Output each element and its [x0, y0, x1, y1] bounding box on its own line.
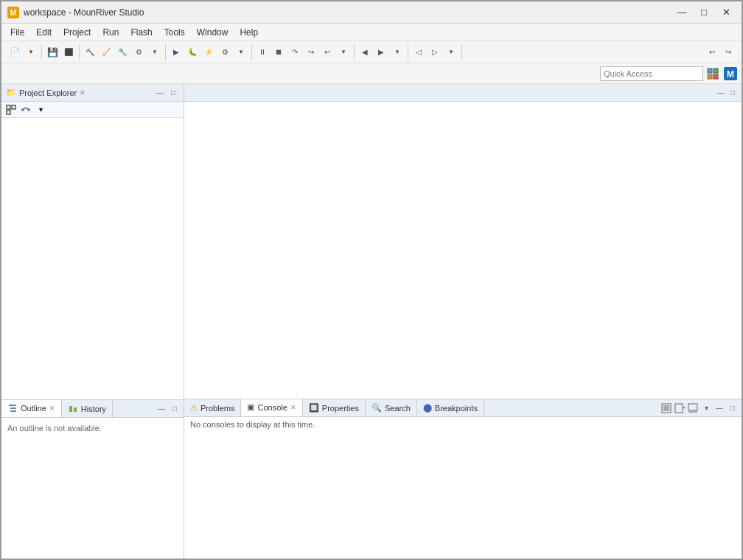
outline-tabs: Outline ✕ History — [1, 400, 113, 417]
console-tab-label: Console — [257, 403, 287, 412]
tb-step-button[interactable]: ↷ — [287, 44, 303, 60]
console-content: No consoles to display at this time. — [184, 417, 742, 560]
problems-tab[interactable]: ⚠ Problems — [184, 399, 241, 416]
svg-rect-22 — [688, 404, 697, 410]
console-maximize-button[interactable]: □ — [727, 402, 739, 414]
outline-tab[interactable]: Outline ✕ — [1, 400, 62, 417]
toolbar-group-1: 📄 ▼ — [4, 44, 42, 60]
tb-step2-button[interactable]: ↪ — [303, 44, 319, 60]
menu-flash[interactable]: Flash — [125, 26, 158, 39]
tb-save-all-button[interactable]: ⬛ — [60, 44, 77, 60]
minimize-button[interactable]: — — [672, 5, 691, 20]
svg-rect-14 — [10, 407, 16, 409]
tb-dropdown2-button[interactable]: ▼ — [147, 44, 163, 60]
tb-undo-button[interactable]: ↩ — [704, 44, 720, 60]
history-tab[interactable]: History — [62, 400, 113, 417]
tb-debug-button[interactable]: 🐛 — [184, 44, 200, 60]
tb-dropdown5-button[interactable]: ▼ — [389, 44, 405, 60]
editor-area: — □ — [184, 84, 742, 399]
problems-icon: ⚠ — [190, 403, 198, 413]
project-explorer-close-icon[interactable]: ✕ — [80, 89, 86, 97]
tb-redo-button[interactable]: ↪ — [720, 44, 736, 60]
menu-window[interactable]: Window — [191, 26, 234, 39]
svg-marker-21 — [683, 407, 685, 409]
editor-maximize-button[interactable]: □ — [727, 87, 739, 99]
editor-header: — □ — [184, 84, 742, 102]
menu-tools[interactable]: Tools — [158, 26, 191, 39]
main-toolbar: 📄 ▼ 💾 ⬛ 🔨 🧹 🔧 ⚙ ▼ ▶ 🐛 ⚡ ⚙ ▼ ⏸ ⏹ ↷ ↪ ↩ ▼ … — [1, 41, 742, 63]
quick-access-input[interactable] — [600, 66, 703, 81]
console-tab-close[interactable]: ✕ — [290, 404, 296, 411]
project-explorer-maximize-button[interactable]: □ — [167, 87, 179, 99]
menu-run[interactable]: Run — [97, 26, 125, 39]
logo-button[interactable]: M — [722, 66, 739, 82]
svg-text:M: M — [727, 69, 734, 80]
tb-stop2-button[interactable]: ⏹ — [271, 44, 287, 60]
menu-help[interactable]: Help — [234, 26, 264, 39]
project-explorer-controls: — □ — [154, 87, 179, 99]
tb-stop-button[interactable]: ⏸ — [254, 44, 271, 60]
breakpoints-tab[interactable]: ⬤ Breakpoints — [417, 399, 484, 416]
menu-bar: File Edit Project Run Flash Tools Window… — [1, 24, 742, 41]
svg-rect-13 — [9, 405, 16, 406]
svg-rect-5 — [714, 74, 718, 79]
bottom-tab-bar: ⚠ Problems ▣ Console ✕ 🔲 Properties 🔍 — [184, 399, 742, 417]
project-explorer-minimize-button[interactable]: — — [154, 87, 166, 99]
console-tab[interactable]: ▣ Console ✕ — [241, 399, 302, 416]
outline-tab-close[interactable]: ✕ — [49, 405, 55, 412]
svg-rect-19 — [663, 405, 669, 411]
maximize-button[interactable]: □ — [694, 5, 714, 20]
tb-build2-button[interactable]: ⚙ — [130, 44, 147, 60]
menu-edit[interactable]: Edit — [30, 26, 57, 39]
tb-run-button[interactable]: ▶ — [168, 44, 184, 60]
properties-tab[interactable]: 🔲 Properties — [303, 399, 366, 416]
main-layout: 📁 Project Explorer ✕ — □ — [1, 84, 742, 560]
console-icon: ▣ — [247, 402, 254, 412]
tb-save-button[interactable]: 💾 — [44, 44, 60, 60]
link-editor-button[interactable] — [19, 103, 32, 116]
console-view-button[interactable] — [687, 402, 699, 414]
tb-refresh-button[interactable]: 🔧 — [114, 44, 130, 60]
tb-forward-button[interactable]: ▶ — [373, 44, 389, 60]
svg-rect-17 — [74, 407, 77, 412]
search-tab[interactable]: 🔍 Search — [366, 399, 417, 416]
console-dropdown2-button[interactable]: ▾ — [700, 402, 712, 414]
breakpoints-icon: ⬤ — [423, 403, 432, 413]
tb-settings-button[interactable]: ⚙ — [217, 44, 233, 60]
properties-tab-label: Properties — [322, 404, 359, 413]
tb-next-button[interactable]: ▷ — [427, 44, 443, 60]
outline-maximize-button[interactable]: □ — [169, 403, 181, 415]
tb-clean-button[interactable]: 🧹 — [98, 44, 114, 60]
outline-minimize-button[interactable]: — — [156, 403, 167, 415]
history-icon — [68, 404, 78, 414]
console-dropdown-button[interactable] — [674, 402, 686, 414]
tb-dropdown3-button[interactable]: ▼ — [233, 44, 249, 60]
toolbar-group-right: ↩ ↪ — [702, 44, 739, 60]
toolbar-group-5: ⏸ ⏹ ↷ ↪ ↩ ▼ — [252, 44, 355, 60]
tb-build-button[interactable]: 🔨 — [82, 44, 98, 60]
perspective-button[interactable] — [705, 66, 721, 82]
console-minimize-button[interactable]: — — [714, 402, 725, 414]
folder-icon: 📁 — [6, 88, 16, 98]
tb-flash-button[interactable]: ⚡ — [200, 44, 217, 60]
project-explorer-header: 📁 Project Explorer ✕ — □ — [1, 84, 184, 102]
menu-project[interactable]: Project — [57, 26, 97, 39]
tb-dropdown-button[interactable]: ▼ — [23, 44, 39, 60]
svg-point-11 — [21, 108, 24, 111]
tb-dropdown6-button[interactable]: ▼ — [443, 44, 459, 60]
tb-step3-button[interactable]: ↩ — [319, 44, 335, 60]
svg-text:M: M — [10, 9, 16, 17]
svg-rect-2 — [708, 69, 712, 73]
close-button[interactable]: ✕ — [716, 5, 736, 20]
editor-minimize-button[interactable]: — — [715, 87, 727, 99]
svg-rect-16 — [69, 406, 72, 412]
collapse-all-button[interactable] — [4, 103, 18, 116]
menu-file[interactable]: File — [4, 26, 30, 39]
tb-new-button[interactable]: 📄 — [7, 44, 23, 60]
project-explorer-toolbar: ▾ — [1, 102, 184, 118]
tb-dropdown4-button[interactable]: ▼ — [335, 44, 352, 60]
tb-prev-button[interactable]: ◁ — [411, 44, 427, 60]
tb-back-button[interactable]: ◀ — [357, 44, 373, 60]
view-menu-button[interactable]: ▾ — [34, 103, 47, 116]
console-open-console-button[interactable] — [660, 402, 672, 414]
